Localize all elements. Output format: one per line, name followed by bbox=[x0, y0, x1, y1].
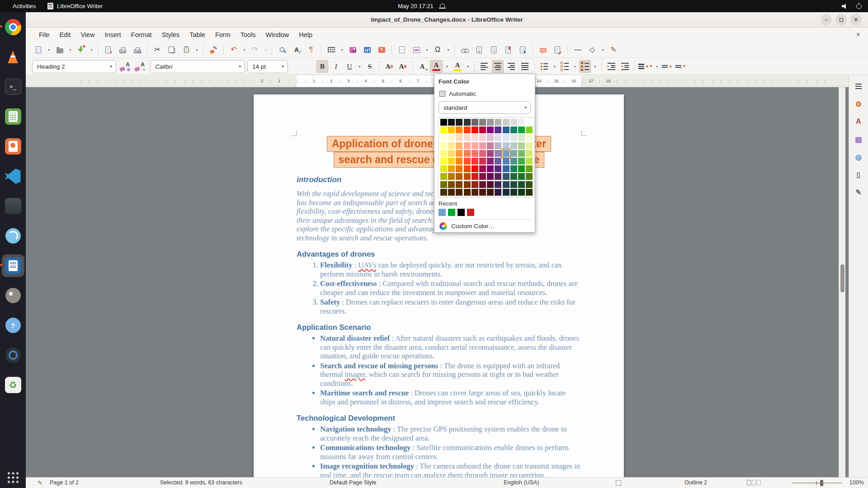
save-button[interactable] bbox=[75, 44, 87, 56]
dock-item-vscode[interactable] bbox=[2, 165, 24, 188]
dock-item-settings[interactable] bbox=[2, 344, 24, 366]
color-swatch[interactable] bbox=[472, 134, 478, 141]
color-swatch[interactable] bbox=[479, 165, 486, 172]
line-spacing-dropdown[interactable]: ▾ bbox=[655, 61, 660, 73]
restore-button[interactable] bbox=[835, 14, 847, 25]
color-swatch[interactable] bbox=[495, 119, 501, 126]
list-item[interactable]: Natural disaster relief : After natural … bbox=[320, 334, 581, 361]
page-count-label[interactable]: Page 1 of 2 bbox=[50, 479, 79, 486]
color-swatch[interactable] bbox=[518, 134, 525, 141]
dock-item-terminal[interactable]: >_ bbox=[2, 75, 24, 98]
color-swatch[interactable] bbox=[510, 173, 517, 180]
basic-shapes-dropdown[interactable]: ▾ bbox=[600, 44, 605, 56]
page-deck-button[interactable]: ▯ bbox=[852, 168, 865, 181]
minimize-button[interactable]: – bbox=[821, 14, 832, 25]
recent-color-swatch[interactable] bbox=[448, 209, 455, 216]
color-swatch[interactable] bbox=[526, 150, 533, 157]
navigator-button[interactable]: ◎ bbox=[852, 150, 865, 164]
color-swatch[interactable] bbox=[456, 119, 462, 126]
insert-endnote-button[interactable] bbox=[487, 44, 500, 56]
color-swatch[interactable] bbox=[526, 158, 533, 164]
gallery-button[interactable]: ▨ bbox=[852, 132, 865, 146]
update-style-button[interactable]: A⊘ bbox=[118, 61, 131, 73]
automatic-color-button[interactable]: Automatic bbox=[439, 89, 531, 99]
paragraph-style-combobox[interactable]: Heading 2▾ bbox=[32, 60, 116, 73]
color-swatch[interactable] bbox=[510, 119, 517, 126]
scrollbar-thumb[interactable] bbox=[840, 264, 844, 292]
decrease-paragraph-spacing-button[interactable]: ▼ bbox=[675, 60, 687, 73]
align-left-button[interactable] bbox=[478, 60, 490, 73]
outline-list-dropdown[interactable]: ▾ bbox=[593, 61, 598, 73]
color-swatch[interactable] bbox=[503, 158, 509, 164]
undo-dropdown[interactable]: ▾ bbox=[242, 44, 247, 56]
color-swatch[interactable] bbox=[487, 173, 494, 180]
color-swatch[interactable] bbox=[440, 173, 447, 180]
font-color-button[interactable]: A bbox=[430, 60, 443, 73]
italic-button[interactable]: I bbox=[330, 60, 342, 73]
color-swatch[interactable] bbox=[503, 134, 509, 141]
color-swatch[interactable] bbox=[503, 127, 509, 133]
color-swatch[interactable] bbox=[448, 181, 455, 188]
color-swatch[interactable] bbox=[495, 150, 501, 157]
style-inspector-button[interactable]: ✎ bbox=[852, 185, 865, 199]
color-swatch[interactable] bbox=[518, 119, 525, 126]
list-item[interactable]: Maritime search and rescue : Drones can … bbox=[320, 389, 581, 406]
color-swatch[interactable] bbox=[518, 181, 525, 188]
color-swatch[interactable] bbox=[495, 173, 501, 180]
color-swatch[interactable] bbox=[503, 150, 509, 157]
color-swatch[interactable] bbox=[526, 181, 533, 188]
insert-footnote-button[interactable] bbox=[473, 44, 486, 56]
color-swatch[interactable] bbox=[487, 165, 494, 172]
styles-button[interactable]: A bbox=[852, 115, 865, 128]
color-swatch[interactable] bbox=[503, 119, 509, 126]
color-swatch[interactable] bbox=[464, 181, 471, 188]
find-and-replace-button[interactable] bbox=[276, 44, 288, 56]
color-swatch[interactable] bbox=[495, 127, 501, 133]
color-swatch[interactable] bbox=[456, 134, 462, 141]
dock-item-help[interactable]: ? bbox=[2, 314, 24, 337]
zoom-level-label[interactable]: 100% bbox=[849, 479, 864, 486]
print-preview-button[interactable] bbox=[131, 44, 143, 56]
color-swatch[interactable] bbox=[464, 158, 471, 164]
insert-special-character-dropdown[interactable]: ▾ bbox=[446, 44, 451, 56]
color-swatch[interactable] bbox=[479, 189, 486, 196]
new-document-dropdown[interactable]: ▾ bbox=[47, 44, 52, 56]
highlight-color-button[interactable]: A bbox=[451, 60, 464, 73]
dock-item-chrome[interactable] bbox=[2, 16, 24, 38]
power-icon[interactable] bbox=[856, 4, 862, 9]
language-label[interactable]: English (USA) bbox=[504, 479, 539, 486]
color-swatch[interactable] bbox=[440, 127, 447, 133]
color-swatch[interactable] bbox=[526, 165, 533, 172]
color-swatch[interactable] bbox=[526, 127, 533, 133]
dock-item-gimp[interactable] bbox=[2, 284, 24, 307]
insert-hyperlink-button[interactable] bbox=[458, 44, 471, 56]
color-swatch[interactable] bbox=[464, 165, 471, 172]
color-swatch[interactable] bbox=[456, 142, 462, 149]
underline-dropdown[interactable]: ▾ bbox=[357, 61, 362, 73]
outline-level-label[interactable]: Outline 2 bbox=[684, 479, 707, 486]
new-style-button[interactable]: A+ bbox=[133, 61, 146, 73]
spelling-button[interactable]: A✓ bbox=[290, 44, 303, 56]
color-swatch[interactable] bbox=[456, 173, 462, 180]
color-swatch[interactable] bbox=[440, 189, 447, 196]
color-swatch[interactable] bbox=[487, 142, 494, 149]
color-swatch[interactable] bbox=[495, 158, 501, 164]
paste-button[interactable] bbox=[180, 44, 193, 56]
focused-app-menu[interactable]: LibreOffice Writer bbox=[47, 3, 103, 9]
color-swatch[interactable] bbox=[526, 119, 533, 126]
basic-shapes-button[interactable]: ◇ bbox=[586, 44, 599, 56]
dock-item-messenger[interactable] bbox=[2, 225, 24, 247]
color-swatch[interactable] bbox=[472, 150, 478, 157]
color-swatch[interactable] bbox=[526, 142, 533, 149]
color-swatch[interactable] bbox=[464, 189, 471, 196]
selection-mode-icon[interactable] bbox=[616, 480, 621, 487]
color-swatch[interactable] bbox=[448, 127, 455, 133]
color-swatch[interactable] bbox=[526, 134, 533, 141]
menu-view[interactable]: View bbox=[75, 29, 99, 40]
color-swatch[interactable] bbox=[440, 142, 447, 149]
color-swatch[interactable] bbox=[440, 165, 447, 172]
dock-item-libreoffice-impress[interactable] bbox=[2, 135, 24, 158]
color-swatch[interactable] bbox=[518, 150, 525, 157]
numbered-list[interactable]: Flexibility : UAVs can be deployed quick… bbox=[297, 261, 581, 315]
outline-list-button[interactable] bbox=[579, 60, 591, 73]
